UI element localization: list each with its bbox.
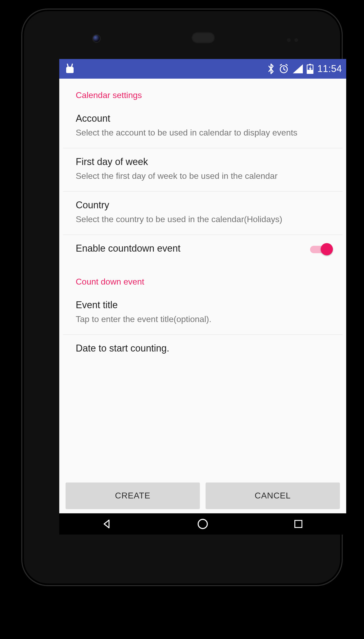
proximity-sensor (287, 38, 291, 42)
setting-date-to-start-counting[interactable]: Date to start counting. (59, 335, 346, 365)
button-bar: CREATE CANCEL (59, 483, 346, 509)
cancel-button[interactable]: CANCEL (206, 483, 340, 509)
alarm-icon (278, 64, 289, 74)
phone-camera (93, 35, 100, 42)
settings-content: Calendar settings Account Select the acc… (59, 79, 346, 513)
recents-button[interactable] (272, 513, 325, 535)
home-icon (197, 518, 209, 530)
create-button[interactable]: CREATE (66, 483, 200, 509)
svg-point-4 (198, 519, 208, 529)
setting-title: Enable countdown event (76, 243, 180, 254)
status-time: 11:54 (317, 63, 342, 74)
setting-subtitle: Tap to enter the event title(optional). (76, 313, 330, 325)
recents-icon (293, 519, 304, 529)
setting-title: Date to start counting. (76, 343, 330, 354)
bluetooth-icon (267, 64, 275, 74)
setting-title: Account (76, 113, 330, 124)
cellular-signal-icon (293, 64, 303, 73)
screen: 11:54 Calendar settings Account Select t… (59, 59, 346, 535)
phone-frame: 11:54 Calendar settings Account Select t… (21, 9, 343, 586)
back-icon (101, 518, 113, 530)
android-notification-icon (65, 64, 75, 74)
setting-title: Event title (76, 299, 330, 311)
setting-title: First day of week (76, 156, 330, 167)
status-bar: 11:54 (59, 59, 346, 79)
navigation-bar (59, 513, 346, 535)
phone-speaker (191, 32, 215, 44)
proximity-sensor (294, 38, 298, 42)
setting-subtitle: Select the country to be used in the cal… (76, 213, 330, 226)
setting-event-title[interactable]: Event title Tap to enter the event title… (59, 291, 346, 335)
setting-account[interactable]: Account Select the account to be used in… (59, 105, 346, 148)
setting-enable-countdown-event[interactable]: Enable countdown event (59, 235, 346, 265)
svg-rect-5 (295, 520, 302, 528)
setting-first-day-of-week[interactable]: First day of week Select the first day o… (59, 148, 346, 191)
toggle-switch[interactable] (310, 244, 331, 255)
section-header-countdown-event: Count down event (59, 265, 346, 291)
setting-subtitle: Select the account to be used in calenda… (76, 126, 330, 139)
section-header-calendar-settings: Calendar settings (59, 79, 346, 105)
back-button[interactable] (81, 513, 134, 535)
battery-charging-icon (307, 64, 314, 74)
setting-subtitle: Select the first day of week to be used … (76, 170, 330, 182)
setting-title: Country (76, 200, 330, 211)
setting-country[interactable]: Country Select the country to be used in… (59, 192, 346, 235)
home-button[interactable] (176, 513, 229, 535)
svg-rect-2 (309, 64, 311, 65)
